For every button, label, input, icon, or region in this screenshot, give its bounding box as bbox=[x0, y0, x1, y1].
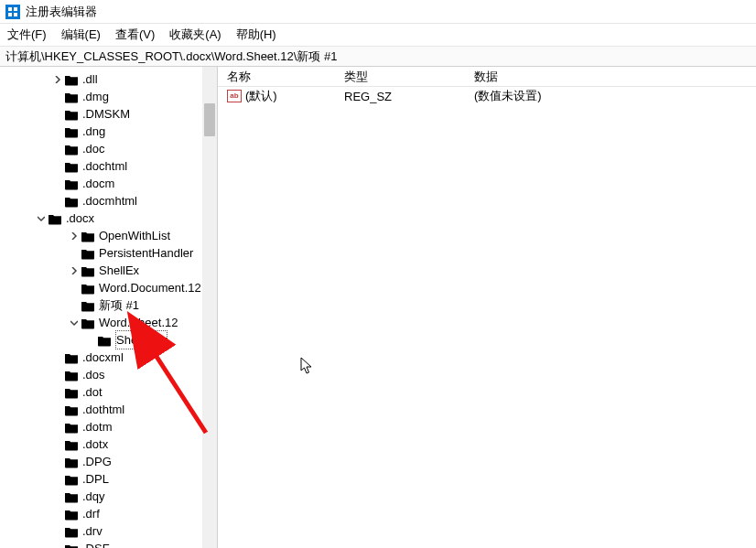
tree-node[interactable]: Word.Document.12 bbox=[0, 279, 217, 296]
col-header-type[interactable]: 类型 bbox=[335, 67, 465, 86]
tree-node-label: .DPG bbox=[82, 453, 112, 470]
tree-node[interactable]: .drf bbox=[0, 505, 217, 522]
expander-placeholder bbox=[51, 91, 64, 103]
tree-node[interactable]: .DPL bbox=[0, 470, 217, 488]
tree-node[interactable]: 新项 #1 bbox=[0, 296, 217, 314]
tree-node-label: .dotx bbox=[82, 435, 108, 453]
chevron-right-icon[interactable] bbox=[68, 230, 81, 242]
folder-icon bbox=[64, 368, 79, 382]
folder-icon bbox=[64, 350, 79, 365]
tree-node-label: .DSF bbox=[82, 540, 110, 548]
tree-node[interactable]: .dochtml bbox=[0, 157, 217, 175]
tree-node[interactable]: .dothtml bbox=[0, 401, 217, 418]
tree-node[interactable]: .dotx bbox=[0, 435, 217, 453]
tree-node-label: .dotm bbox=[82, 418, 113, 435]
tree-node[interactable]: .DPG bbox=[0, 453, 217, 470]
expander-placeholder bbox=[51, 543, 64, 549]
tree-node[interactable]: .dotm bbox=[0, 418, 217, 435]
tree-node[interactable]: PersistentHandler bbox=[0, 244, 217, 262]
expander-placeholder bbox=[51, 473, 64, 486]
tree-node-label: .docmhtml bbox=[82, 192, 137, 210]
tree-node[interactable]: .docm bbox=[0, 175, 217, 192]
expander-placeholder bbox=[68, 299, 81, 312]
folder-icon bbox=[64, 542, 79, 549]
tree-node[interactable]: OpenWithList bbox=[0, 227, 217, 244]
tree-node[interactable]: .dll bbox=[0, 70, 217, 88]
value-data-cell: (数值未设置) bbox=[465, 88, 756, 104]
menu-file[interactable]: 文件(F) bbox=[7, 27, 47, 43]
tree-node-label: OpenWithList bbox=[99, 227, 170, 244]
tree-node-label: ShellNew bbox=[115, 330, 167, 349]
tree-node-label: ShellEx bbox=[99, 262, 139, 279]
expander-placeholder bbox=[51, 125, 64, 138]
address-bar[interactable]: 计算机\HKEY_CLASSES_ROOT\.docx\Word.Sheet.1… bbox=[0, 47, 756, 67]
folder-icon bbox=[81, 281, 95, 295]
expander-placeholder bbox=[51, 403, 64, 416]
regedit-icon bbox=[5, 5, 20, 19]
tree-node[interactable]: .dot bbox=[0, 383, 217, 401]
tree-node-label: PersistentHandler bbox=[99, 244, 193, 262]
tree-node[interactable]: .dqy bbox=[0, 488, 217, 505]
address-text: 计算机\HKEY_CLASSES_ROOT\.docx\Word.Sheet.1… bbox=[5, 48, 337, 65]
values-list[interactable]: ab(默认)REG_SZ(数值未设置) bbox=[218, 87, 756, 548]
tree-node-label: .dos bbox=[82, 366, 105, 383]
svg-rect-1 bbox=[14, 7, 17, 11]
expander-placeholder bbox=[51, 369, 64, 381]
value-name: (默认) bbox=[245, 88, 277, 104]
registry-tree[interactable]: .dll.dmg.DMSKM.dng.doc.dochtml.docm.docm… bbox=[0, 67, 217, 548]
tree-node-label: .dmg bbox=[82, 88, 109, 105]
tree-scrollbar[interactable] bbox=[202, 67, 217, 548]
folder-icon bbox=[97, 333, 112, 348]
folder-icon bbox=[64, 107, 79, 122]
tree-node[interactable]: ShellNew bbox=[0, 331, 217, 349]
chevron-down-icon[interactable] bbox=[35, 212, 48, 225]
folder-icon bbox=[81, 316, 95, 330]
folder-icon bbox=[64, 524, 79, 539]
chevron-right-icon[interactable] bbox=[51, 73, 64, 86]
tree-node-label: .dochtml bbox=[82, 157, 127, 175]
expander-placeholder bbox=[68, 282, 81, 295]
menu-view[interactable]: 查看(V) bbox=[115, 27, 155, 43]
col-header-data[interactable]: 数据 bbox=[465, 67, 756, 86]
tree-node-label: .dothtml bbox=[82, 401, 124, 418]
tree-node[interactable]: .docmhtml bbox=[0, 192, 217, 210]
tree-node[interactable]: .dng bbox=[0, 123, 217, 140]
tree-node[interactable]: .docx bbox=[0, 210, 217, 227]
chevron-down-icon[interactable] bbox=[68, 317, 81, 329]
menu-help[interactable]: 帮助(H) bbox=[236, 27, 276, 43]
tree-node[interactable]: .DSF bbox=[0, 540, 217, 548]
tree-node-label: .DPL bbox=[82, 470, 109, 488]
tree-node-label: .dll bbox=[82, 70, 98, 88]
tree-node-label: .dot bbox=[82, 383, 103, 401]
col-header-name[interactable]: 名称 bbox=[218, 67, 335, 86]
expander-placeholder bbox=[51, 490, 64, 503]
tree-node[interactable]: .drv bbox=[0, 522, 217, 540]
folder-icon bbox=[48, 211, 62, 226]
tree-node[interactable]: .dos bbox=[0, 366, 217, 383]
folder-icon bbox=[64, 455, 79, 469]
tree-node[interactable]: Word.Sheet.12 bbox=[0, 314, 217, 331]
svg-rect-0 bbox=[8, 7, 12, 11]
tree-node[interactable]: .dmg bbox=[0, 88, 217, 105]
tree-node[interactable]: .doc bbox=[0, 140, 217, 157]
expander-placeholder bbox=[51, 143, 64, 156]
tree-scroll-thumb[interactable] bbox=[204, 103, 215, 136]
folder-icon bbox=[64, 72, 79, 87]
tree-node-label: Word.Sheet.12 bbox=[99, 314, 178, 331]
folder-icon bbox=[64, 403, 79, 417]
tree-node[interactable]: ShellEx bbox=[0, 262, 217, 279]
tree-node[interactable]: .DMSKM bbox=[0, 105, 217, 123]
value-row[interactable]: ab(默认)REG_SZ(数值未设置) bbox=[218, 87, 756, 105]
menu-favorites[interactable]: 收藏夹(A) bbox=[169, 27, 221, 43]
expander-placeholder bbox=[51, 351, 64, 364]
menu-edit[interactable]: 编辑(E) bbox=[61, 27, 101, 43]
expander-placeholder bbox=[84, 334, 97, 347]
tree-node[interactable]: .docxml bbox=[0, 349, 217, 366]
svg-rect-2 bbox=[8, 13, 12, 16]
tree-node-label: .docx bbox=[66, 210, 94, 227]
tree-pane: .dll.dmg.DMSKM.dng.doc.dochtml.docm.docm… bbox=[0, 67, 218, 548]
expander-placeholder bbox=[51, 386, 64, 399]
svg-rect-3 bbox=[14, 13, 17, 16]
chevron-right-icon[interactable] bbox=[68, 264, 81, 277]
values-pane: 名称 类型 数据 ab(默认)REG_SZ(数值未设置) bbox=[218, 67, 756, 548]
